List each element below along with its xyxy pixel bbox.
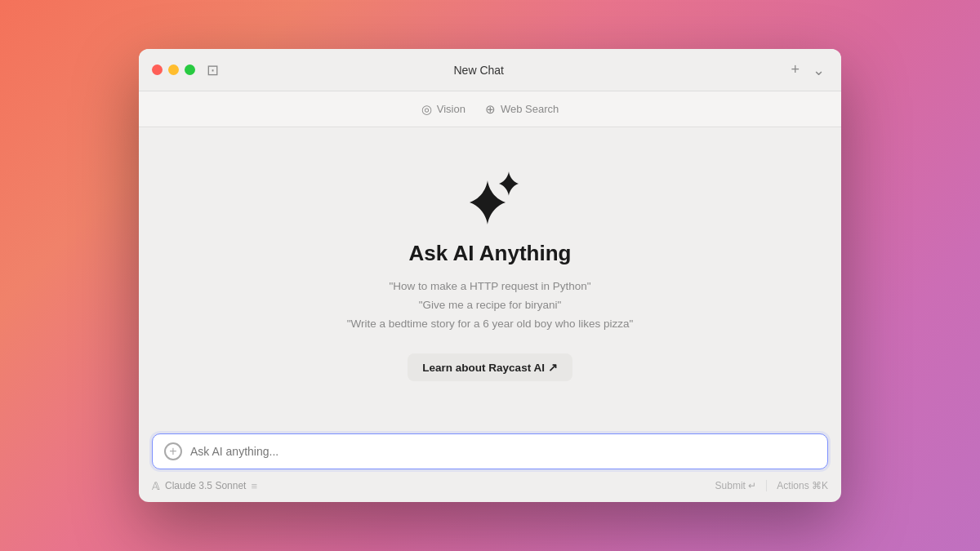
input-wrapper: + [152, 433, 828, 469]
sidebar-toggle-icon[interactable]: ⊡ [207, 61, 219, 79]
traffic-lights [152, 64, 195, 75]
main-content: Ask AI Anything "How to make a HTTP requ… [139, 127, 841, 425]
main-title: Ask AI Anything [409, 241, 572, 266]
submit-label: Submit ↵ [715, 480, 757, 491]
status-divider [766, 480, 767, 491]
learn-about-raycast-button[interactable]: Learn about Raycast AI ↗ [408, 353, 572, 381]
toolbar: ◎ Vision ⊕ Web Search [139, 91, 841, 127]
minimize-button[interactable] [168, 64, 179, 75]
subtitle-line-1: "How to make a HTTP request in Python" [347, 278, 634, 296]
claude-icon: 𝔸 [152, 480, 160, 492]
app-window: ⊡ New Chat + ⌄ ◎ Vision ⊕ Web Search Ask… [139, 49, 841, 502]
status-actions: Submit ↵ Actions ⌘K [715, 480, 828, 491]
sparkle-illustration [461, 171, 519, 224]
subtitle-line-3: "Write a bedtime story for a 6 year old … [347, 315, 634, 334]
titlebar: ⊡ New Chat + ⌄ [139, 49, 841, 91]
actions-label[interactable]: Actions ⌘K [777, 480, 828, 491]
chevron-down-button[interactable]: ⌄ [809, 60, 828, 81]
window-title: New Chat [219, 64, 738, 77]
titlebar-actions: + ⌄ [787, 60, 828, 81]
web-search-icon: ⊕ [485, 102, 496, 117]
maximize-button[interactable] [185, 64, 195, 75]
status-bar: 𝔸 Claude 3.5 Sonnet ≡ Submit ↵ Actions ⌘… [139, 469, 841, 502]
chat-input[interactable] [190, 445, 816, 458]
web-search-label: Web Search [501, 103, 559, 115]
main-subtitle: "How to make a HTTP request in Python" "… [347, 278, 634, 334]
add-chat-button[interactable]: + [787, 60, 803, 80]
add-attachment-button[interactable]: + [164, 442, 182, 460]
model-menu-icon[interactable]: ≡ [251, 480, 257, 492]
close-button[interactable] [152, 64, 163, 75]
vision-label: Vision [437, 103, 466, 115]
web-search-button[interactable]: ⊕ Web Search [485, 102, 559, 117]
model-name: Claude 3.5 Sonnet [165, 480, 246, 491]
vision-button[interactable]: ◎ Vision [421, 102, 466, 117]
input-area: + [139, 425, 841, 469]
subtitle-line-2: "Give me a recipe for biryani" [347, 296, 634, 315]
vision-icon: ◎ [421, 102, 432, 117]
model-info: 𝔸 Claude 3.5 Sonnet ≡ [152, 480, 257, 492]
